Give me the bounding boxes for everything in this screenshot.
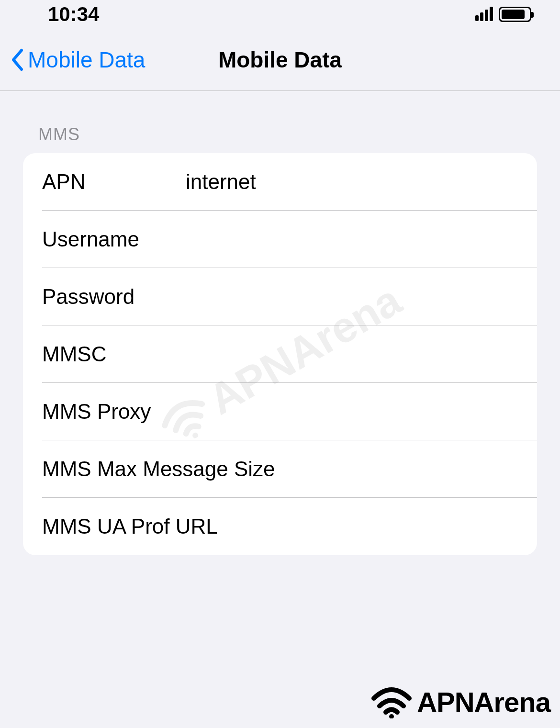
label-username: Username <box>42 227 186 251</box>
wifi-icon <box>370 685 413 718</box>
back-button[interactable]: Mobile Data <box>10 47 145 73</box>
settings-group-mms: APN Username Password MMSC MMS Proxy MMS… <box>23 153 537 555</box>
chevron-left-icon <box>10 48 24 72</box>
row-apn[interactable]: APN <box>23 153 537 211</box>
row-mms-ua-prof[interactable]: MMS UA Prof URL <box>23 498 537 555</box>
battery-icon <box>499 7 531 22</box>
row-mmsc[interactable]: MMSC <box>23 325 537 383</box>
status-bar: 10:34 <box>0 0 560 29</box>
input-password[interactable] <box>186 285 518 309</box>
content-area: MMS APN Username Password MMSC MMS Proxy <box>0 91 560 555</box>
input-username[interactable] <box>186 227 518 251</box>
row-password[interactable]: Password <box>23 268 537 325</box>
input-mms-proxy[interactable] <box>186 400 518 424</box>
svg-point-1 <box>389 714 394 718</box>
label-mms-max-size: MMS Max Message Size <box>42 457 518 481</box>
label-password: Password <box>42 285 186 309</box>
footer-text: APNArena <box>417 686 550 718</box>
row-mms-proxy[interactable]: MMS Proxy <box>23 383 537 440</box>
back-label: Mobile Data <box>28 47 145 73</box>
navigation-bar: Mobile Data Mobile Data <box>0 29 560 91</box>
label-mms-proxy: MMS Proxy <box>42 400 186 424</box>
cellular-signal-icon <box>475 8 493 21</box>
label-mms-ua-prof: MMS UA Prof URL <box>42 515 518 538</box>
row-username[interactable]: Username <box>23 211 537 268</box>
footer-logo: APNArena <box>370 685 550 718</box>
label-apn: APN <box>42 170 186 194</box>
status-time: 10:34 <box>48 3 99 26</box>
label-mmsc: MMSC <box>42 342 186 366</box>
status-icons <box>475 7 531 22</box>
input-apn[interactable] <box>186 170 518 194</box>
section-header-mms: MMS <box>38 124 537 145</box>
input-mmsc[interactable] <box>186 342 518 366</box>
row-mms-max-size[interactable]: MMS Max Message Size <box>23 440 537 498</box>
